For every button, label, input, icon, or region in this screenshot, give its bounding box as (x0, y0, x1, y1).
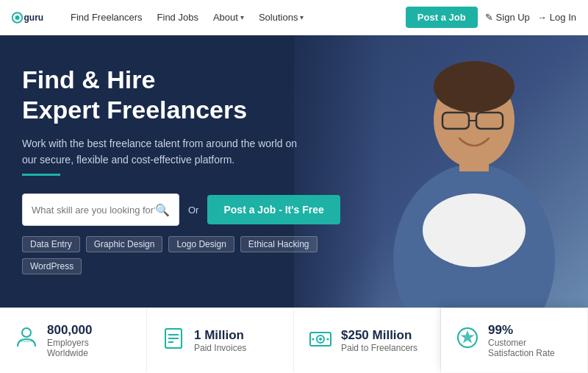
tag-data-entry[interactable]: Data Entry (22, 236, 80, 252)
hero-section: Find & Hire Expert Freelancers Work with… (0, 35, 588, 308)
nav-actions: Post a Job ✎ Sign Up → Log In (406, 7, 576, 28)
hero-subtext: Work with the best freelance talent from… (22, 135, 301, 168)
login-icon: → (537, 12, 547, 23)
svg-point-6 (434, 61, 514, 113)
svg-point-20 (312, 338, 315, 341)
stat-employers-text: 800,000 Employers Worldwide (47, 323, 132, 358)
nav-find-jobs[interactable]: Find Jobs (157, 12, 198, 23)
nav-solutions[interactable]: Solutions ▾ (259, 12, 304, 23)
post-job-nav-button[interactable]: Post a Job (406, 7, 478, 28)
stat-invoices: 1 Million Paid Invoices (147, 308, 294, 372)
post-job-hero-button[interactable]: Post a Job - It's Free (207, 195, 340, 224)
tag-wordpress[interactable]: WordPress (22, 258, 82, 274)
svg-point-10 (423, 193, 526, 267)
svg-text:guru: guru (24, 12, 44, 22)
svg-marker-23 (461, 330, 475, 344)
svg-point-1 (15, 15, 20, 20)
tag-ethical-hacking[interactable]: Ethical Hacking (240, 236, 318, 252)
tag-logo-design[interactable]: Logo Design (168, 236, 234, 252)
navbar: guru Find Freelancers Find Jobs About ▾ … (0, 0, 588, 35)
stat-paid: $250 Million Paid to Freelancers (294, 308, 441, 372)
hero-underline-decoration (22, 174, 60, 176)
svg-point-19 (319, 338, 322, 341)
svg-point-11 (22, 328, 31, 337)
hero-content: Find & Hire Expert Freelancers Work with… (0, 35, 353, 308)
logo[interactable]: guru (12, 7, 56, 28)
nav-find-freelancers[interactable]: Find Freelancers (71, 12, 143, 23)
nav-about[interactable]: About ▾ (213, 12, 244, 23)
stat-satisfaction-text: 99% Customer Satisfaction Rate (488, 323, 573, 358)
stat-employers: 800,000 Employers Worldwide (0, 308, 147, 372)
stat-invoices-text: 1 Million Paid Invoices (194, 328, 246, 353)
tag-graphic-design[interactable]: Graphic Design (86, 236, 163, 252)
search-icon[interactable]: 🔍 (155, 203, 170, 217)
skill-tags: Data Entry Graphic Design Logo Design Et… (22, 236, 331, 274)
stat-satisfaction: 99% Customer Satisfaction Rate (441, 308, 588, 372)
search-input[interactable] (32, 205, 155, 216)
about-chevron-icon: ▾ (240, 13, 244, 21)
nav-links: Find Freelancers Find Jobs About ▾ Solut… (71, 12, 406, 23)
svg-point-21 (327, 338, 329, 341)
star-icon (456, 326, 479, 355)
solutions-chevron-icon: ▾ (300, 13, 304, 21)
stats-bar: 800,000 Employers Worldwide 1 Million Pa… (0, 308, 588, 372)
login-button[interactable]: → Log In (537, 12, 576, 23)
search-row: 🔍 Or Post a Job - It's Free (22, 193, 331, 226)
signup-button[interactable]: ✎ Sign Up (485, 12, 530, 23)
or-text: Or (188, 205, 198, 216)
hero-headline: Find & Hire Expert Freelancers (22, 65, 331, 125)
invoice-icon (162, 326, 185, 355)
stat-paid-text: $250 Million Paid to Freelancers (341, 328, 417, 353)
svg-rect-12 (21, 341, 32, 342)
money-icon (309, 326, 332, 355)
search-box[interactable]: 🔍 (22, 193, 179, 226)
person-icon (15, 326, 38, 355)
signup-icon: ✎ (485, 12, 493, 23)
